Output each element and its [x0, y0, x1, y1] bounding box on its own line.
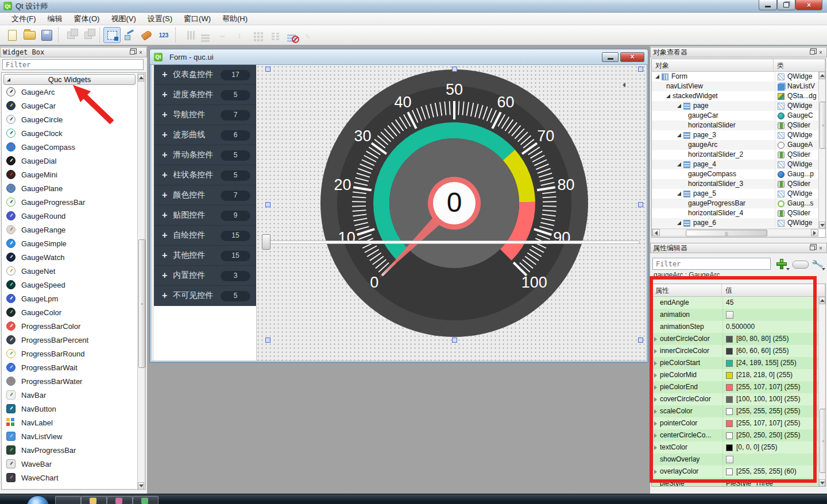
- category-quc-widgets[interactable]: Quc Widgets: [3, 74, 136, 85]
- property-row[interactable]: overlayColor[255, 255, 255] (60): [652, 466, 818, 478]
- object-tree-row[interactable]: pageQWidge: [652, 101, 818, 111]
- float-dock-button[interactable]: [809, 49, 816, 56]
- expander-icon[interactable]: [654, 421, 657, 426]
- property-row[interactable]: textColor[0, 0, 0] (255): [652, 441, 818, 453]
- expander-icon[interactable]: [654, 373, 657, 378]
- layout-form-button[interactable]: [265, 27, 283, 43]
- layout-splitter-h-button[interactable]: ↔: [214, 27, 231, 43]
- menu-item[interactable]: 文件(F): [6, 13, 42, 25]
- configure-property-editor-button[interactable]: 🔧: [809, 257, 826, 272]
- scroll-down-button[interactable]: [819, 222, 825, 229]
- property-value-cell[interactable]: [723, 453, 818, 466]
- widget-item[interactable]: GaugeArc: [3, 85, 136, 99]
- expander-icon[interactable]: [654, 385, 657, 390]
- expander-icon[interactable]: [677, 162, 681, 166]
- close-dock-button[interactable]: ×: [817, 49, 824, 56]
- property-row[interactable]: pieColorMid[218, 218, 0] (255): [652, 369, 818, 381]
- property-scrollbar[interactable]: ≡: [818, 296, 826, 486]
- selection-handle[interactable]: [638, 67, 643, 72]
- object-tree-row[interactable]: gaugeArcGaugeA: [652, 140, 818, 150]
- menu-item[interactable]: 窗体(O): [68, 13, 106, 25]
- scroll-right-button[interactable]: [811, 229, 818, 237]
- column-object[interactable]: 对象: [652, 59, 774, 71]
- widget-item[interactable]: GaugeWatch: [3, 250, 136, 264]
- property-value-cell[interactable]: [80, 80, 80] (255): [723, 333, 818, 345]
- property-row[interactable]: coverCircleColor[100, 100, 100] (255): [652, 393, 818, 405]
- object-tree-row[interactable]: page_6QWidge: [652, 218, 818, 228]
- edit-tab-order-button[interactable]: 123: [155, 27, 172, 43]
- selection-handle[interactable]: [452, 338, 457, 343]
- remove-dynamic-property-button[interactable]: [793, 261, 809, 269]
- nav-list-item[interactable]: +颜色控件7: [154, 185, 256, 206]
- widget-item[interactable]: GaugeProgressBar: [3, 195, 136, 209]
- property-value-cell[interactable]: [24, 189, 155] (255): [723, 357, 818, 369]
- widget-item[interactable]: GaugeColor: [3, 305, 136, 319]
- property-row[interactable]: innerCircleColor[60, 60, 60] (255): [652, 345, 818, 357]
- nav-list-item[interactable]: +进度条控件5: [154, 85, 256, 105]
- widget-item[interactable]: ProgressBarWait: [3, 360, 136, 374]
- expander-icon[interactable]: [654, 433, 657, 438]
- expander-icon[interactable]: [655, 75, 659, 79]
- widget-item[interactable]: NavButton: [3, 402, 136, 416]
- column-value[interactable]: 值: [722, 284, 825, 296]
- save-form-button[interactable]: [38, 27, 55, 43]
- new-form-button[interactable]: [3, 27, 21, 43]
- menu-item[interactable]: 窗口(W): [178, 13, 217, 25]
- widget-item[interactable]: ProgressBarRound: [3, 347, 136, 360]
- widget-item[interactable]: GaugeMini: [3, 168, 136, 181]
- property-row[interactable]: animation: [652, 309, 818, 321]
- scrollbar-thumb[interactable]: ≡: [820, 102, 826, 149]
- nav-list-item[interactable]: +波形曲线6: [154, 125, 256, 145]
- scrollbar-thumb[interactable]: ≡: [138, 239, 145, 368]
- property-row[interactable]: scaleColor[255, 255, 255] (255): [652, 405, 818, 417]
- property-row[interactable]: pieStylePieStyle_Three: [652, 478, 818, 487]
- property-value-cell[interactable]: [60, 60, 60] (255): [723, 345, 818, 357]
- expander-icon[interactable]: [654, 470, 657, 474]
- object-tree-row[interactable]: horizontalSlider_2QSlider: [652, 150, 818, 160]
- float-dock-button[interactable]: [809, 245, 816, 251]
- property-value-cell[interactable]: [255, 255, 255] (60): [723, 466, 818, 478]
- expander-icon[interactable]: [654, 361, 657, 366]
- object-tree-row[interactable]: navListViewNavListV: [652, 82, 818, 91]
- selection-handle[interactable]: [265, 67, 270, 72]
- start-orb-button[interactable]: [26, 495, 49, 504]
- widget-item[interactable]: ProgressBarColor: [3, 319, 136, 333]
- object-tree-row[interactable]: page_4QWidge: [652, 160, 818, 169]
- horizontal-slider-groove[interactable]: [264, 241, 640, 244]
- property-value-cell[interactable]: 0.500000: [723, 321, 818, 333]
- widget-item[interactable]: GaugeCar: [3, 99, 136, 113]
- property-value-cell[interactable]: [0, 0, 0] (255): [723, 441, 818, 453]
- widget-item[interactable]: GaugeSimple: [3, 237, 136, 250]
- menu-item[interactable]: 设置(S): [142, 13, 178, 25]
- form-close-button[interactable]: ×: [620, 52, 644, 62]
- scroll-up-button[interactable]: [819, 297, 825, 304]
- property-value-cell[interactable]: [255, 107, 107] (255): [723, 417, 818, 429]
- nav-list-item[interactable]: +内置控件3: [154, 266, 256, 286]
- widget-item[interactable]: GaugePlane: [3, 181, 136, 195]
- widget-item[interactable]: GaugeSpeed: [3, 278, 136, 292]
- object-tree-row[interactable]: gaugeCarGaugeC: [652, 111, 818, 121]
- selection-handle[interactable]: [638, 202, 643, 207]
- property-value-cell[interactable]: [255, 255, 255] (255): [723, 405, 818, 417]
- object-tree-row[interactable]: FormQWidge: [652, 72, 818, 82]
- widget-filter-input[interactable]: [2, 59, 144, 70]
- tab-scroll-left-icon[interactable]: [623, 83, 625, 87]
- widget-item[interactable]: GaugeClock: [3, 126, 136, 140]
- taskbar-button[interactable]: [55, 496, 81, 504]
- object-tree-scrollbar[interactable]: ≡: [818, 71, 826, 228]
- nav-list-item[interactable]: +滑动条控件5: [154, 145, 256, 165]
- property-row[interactable]: centerCircleCo...[250, 250, 250] (255): [652, 429, 818, 441]
- nav-list-item[interactable]: +贴图控件9: [154, 206, 256, 226]
- object-tree-row[interactable]: horizontalSlider_3QSlider: [652, 179, 818, 189]
- menu-item[interactable]: 视图(V): [105, 13, 141, 25]
- widget-item[interactable]: GaugeNet: [3, 264, 136, 278]
- property-row[interactable]: pointerColor[255, 107, 107] (255): [652, 417, 818, 429]
- widget-list-scrollbar[interactable]: ≡: [137, 73, 145, 489]
- expander-icon[interactable]: [666, 94, 670, 98]
- property-row[interactable]: animationStep0.500000: [652, 321, 818, 333]
- widget-item[interactable]: GaugeCircle: [3, 113, 136, 126]
- menu-item[interactable]: 编辑: [42, 13, 68, 25]
- scrollbar-thumb[interactable]: |||: [686, 230, 767, 237]
- checkbox-unchecked[interactable]: [726, 311, 733, 319]
- expander-icon[interactable]: [654, 337, 657, 342]
